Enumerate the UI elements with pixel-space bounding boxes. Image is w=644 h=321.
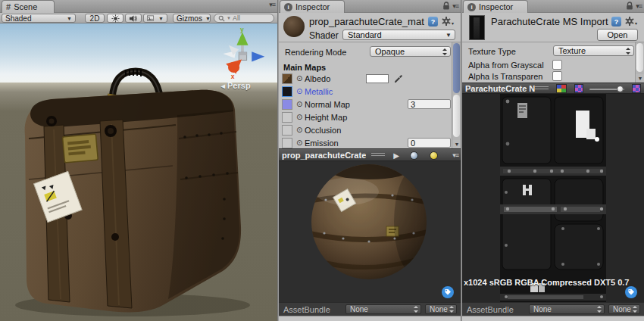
shading-mode-dropdown[interactable]: Shaded ▼ [2,14,76,23]
texture-settings-scrollbar[interactable]: ▼ [635,42,644,83]
audio-toggle-button[interactable] [125,14,142,23]
occlusion-map-thumbnail[interactable] [282,125,292,136]
preview-light-button[interactable] [427,150,440,160]
material-preview-title: prop_parachuteCrate [282,151,366,160]
speaker-icon [129,14,138,23]
assetbundle-variant-dropdown[interactable]: None [608,304,640,314]
axis-z-cone[interactable] [252,51,264,61]
light-icon [430,151,438,160]
info-icon: i [284,3,292,11]
rgb-channels-button[interactable] [556,83,567,94]
projection-toggle[interactable]: ◂ Persp [221,81,251,90]
eyedropper-icon[interactable] [394,74,403,83]
inspector-menu-icon[interactable]: ▾≡ [452,3,458,10]
albedo-texture-thumbnail[interactable] [282,73,292,84]
texture-info-text: x1024 sRGB RGBA Compressed DXT5 0.7 [464,278,644,287]
normal-map-thumbnail[interactable] [282,99,292,110]
alpha-is-transparent-checkbox[interactable] [552,71,562,81]
orientation-gizmo[interactable]: y x [214,26,269,81]
enum-updown-icon [632,306,637,313]
preview-drag-handle[interactable] [371,153,385,157]
texture-thumbnail[interactable] [469,15,485,40]
texture-type-dropdown[interactable]: Texture [553,45,634,56]
material-sphere-thumbnail[interactable] [283,16,305,37]
shader-dropdown[interactable]: Standard ▼ [342,30,455,40]
scroll-down-button[interactable]: ▼ [452,140,461,148]
height-map-label: Height Map [305,113,347,122]
chevron-down-icon: ▼ [205,16,211,21]
material-preview-header: prop_parachuteCrate ▶ ▾≡ [279,148,461,161]
alpha-checker-icon [574,84,583,93]
scroll-down-button[interactable]: ▼ [636,74,644,83]
search-icon [218,15,225,22]
context-gear-button[interactable]: ▾ [442,17,454,26]
texture-preview-area[interactable]: x1024 sRGB RGBA Compressed DXT5 0.7 [462,94,644,302]
search-filter-caret-icon: ▼ [227,16,231,20]
tag-icon [444,288,452,296]
emission-map-thumbnail[interactable] [282,138,292,148]
rendering-mode-dropdown[interactable]: Opaque [370,46,451,57]
material-preview-sphere [279,161,461,302]
texture-import-header: ParachuteCrate MS Import ? ▾ Open [462,13,644,42]
map-row-albedo: ⊙ Albedo [279,73,450,86]
toggle-2d-button[interactable]: 2D [85,14,105,23]
slider-knob[interactable] [617,86,624,92]
albedo-color-swatch[interactable] [366,74,389,83]
help-icon[interactable]: ? [611,17,621,26]
material-scrollbar[interactable]: ▼ [452,42,461,148]
height-map-icon[interactable]: ⊙ [296,113,302,121]
height-map-thumbnail[interactable] [282,112,292,123]
gear-icon [442,17,451,26]
gear-caret-icon: ▾ [635,20,637,26]
metallic-map-icon[interactable]: ⊙ [296,87,302,95]
inspector-menu-icon[interactable]: ▾≡ [636,3,642,10]
persp-arrow-icon: ◂ [221,82,225,90]
tab-inspector-texture[interactable]: i Inspector [463,0,528,13]
gear-caret-icon: ▾ [452,20,454,26]
tab-inspector-material[interactable]: i Inspector [280,0,345,13]
emission-map-icon[interactable]: ⊙ [296,139,302,147]
preview-drag-handle[interactable] [535,86,549,91]
lock-icon[interactable] [442,2,450,11]
alpha-from-grayscale-checkbox[interactable] [552,60,562,70]
alpha-channel-button[interactable] [574,83,583,94]
scene-tabbar: # Scene ▾≡ [0,0,277,13]
tag-icon [627,288,635,296]
assetbundle-tag-button[interactable] [625,286,637,298]
emission-value-field[interactable]: 0 [408,138,451,148]
gizmos-dropdown[interactable]: Gizmos ▼ [173,14,211,23]
help-icon[interactable]: ? [428,17,438,26]
shading-mode-label: Shaded [5,14,31,23]
assetbundle-dropdown[interactable]: None [345,304,421,314]
scene-pane-menu-icon[interactable]: ▾≡ [269,2,275,8]
preview-shape-button[interactable] [407,150,420,160]
emission-map-label: Emission [305,139,339,148]
open-button[interactable]: Open [597,29,638,41]
preview-menu-button[interactable]: ▾≡ [452,150,458,160]
main-maps-heading: Main Maps [283,63,326,72]
mipmap-button[interactable] [632,83,641,94]
mip-level-slider[interactable] [589,89,624,90]
lock-icon[interactable] [626,2,633,11]
albedo-target-icon[interactable]: ⊙ [296,74,302,83]
metallic-texture-thumbnail[interactable] [282,86,292,97]
gizmos-label: Gizmos [177,14,202,23]
metallic-map-label: Metallic [305,87,333,96]
tab-scene[interactable]: # Scene [2,0,55,13]
preview-play-button[interactable]: ▶ [389,150,404,160]
normal-map-value-field[interactable]: 3 [408,99,451,109]
material-preview-area[interactable] [279,161,461,302]
assetbundle-tag-button[interactable] [442,286,454,298]
assetbundle-dropdown[interactable]: None [529,304,605,314]
effects-dropdown-button[interactable]: ▼ [143,14,167,23]
axis-y-cone[interactable] [236,33,248,45]
assetbundle-variant-dropdown[interactable]: None [425,304,457,314]
info-icon: i [467,3,476,11]
normal-map-icon[interactable]: ⊙ [296,100,302,108]
scene-viewport[interactable]: y x ◂ Persp [0,23,277,321]
texture-assetbundle-bar: AssetBundle None None [462,302,644,316]
lighting-toggle-button[interactable] [107,14,123,23]
scene-search-input[interactable]: ▼ All [214,14,274,23]
context-gear-button[interactable]: ▾ [625,17,637,26]
occlusion-map-icon[interactable]: ⊙ [296,126,302,134]
